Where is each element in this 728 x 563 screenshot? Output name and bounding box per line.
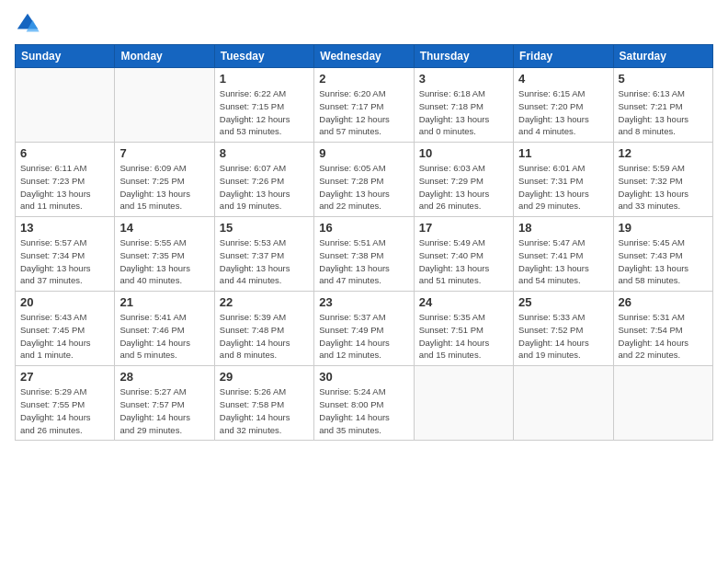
calendar-cell: 18Sunrise: 5:47 AM Sunset: 7:41 PM Dayli… bbox=[514, 217, 613, 292]
day-info: Sunrise: 5:53 AM Sunset: 7:37 PM Dayligh… bbox=[220, 236, 309, 287]
day-info: Sunrise: 6:03 AM Sunset: 7:29 PM Dayligh… bbox=[419, 162, 508, 213]
day-number: 7 bbox=[119, 146, 209, 160]
calendar-week-row: 13Sunrise: 5:57 AM Sunset: 7:34 PM Dayli… bbox=[16, 217, 713, 292]
day-number: 21 bbox=[119, 295, 209, 309]
day-number: 27 bbox=[20, 370, 109, 384]
day-info: Sunrise: 6:01 AM Sunset: 7:31 PM Dayligh… bbox=[518, 162, 608, 213]
day-info: Sunrise: 5:24 AM Sunset: 8:00 PM Dayligh… bbox=[319, 385, 408, 436]
day-number: 8 bbox=[220, 146, 309, 160]
calendar-cell: 13Sunrise: 5:57 AM Sunset: 7:34 PM Dayli… bbox=[16, 217, 115, 292]
day-info: Sunrise: 6:11 AM Sunset: 7:23 PM Dayligh… bbox=[20, 162, 109, 213]
calendar-header-row: SundayMondayTuesdayWednesdayThursdayFrid… bbox=[16, 45, 713, 68]
day-info: Sunrise: 5:35 AM Sunset: 7:51 PM Dayligh… bbox=[419, 311, 508, 362]
calendar-cell: 3Sunrise: 6:18 AM Sunset: 7:18 PM Daylig… bbox=[414, 68, 513, 143]
day-number: 28 bbox=[119, 370, 209, 384]
day-info: Sunrise: 5:45 AM Sunset: 7:43 PM Dayligh… bbox=[619, 236, 708, 287]
calendar-week-row: 20Sunrise: 5:43 AM Sunset: 7:45 PM Dayli… bbox=[16, 292, 713, 366]
day-info: Sunrise: 5:33 AM Sunset: 7:52 PM Dayligh… bbox=[518, 311, 608, 362]
day-number: 10 bbox=[419, 146, 508, 160]
day-number: 18 bbox=[518, 221, 608, 235]
day-number: 5 bbox=[619, 72, 708, 86]
day-header-saturday: Saturday bbox=[613, 45, 712, 68]
day-number: 23 bbox=[319, 295, 408, 309]
calendar-cell: 7Sunrise: 6:09 AM Sunset: 7:25 PM Daylig… bbox=[115, 143, 214, 217]
calendar-cell: 19Sunrise: 5:45 AM Sunset: 7:43 PM Dayli… bbox=[613, 217, 712, 292]
calendar-cell bbox=[613, 366, 712, 441]
day-info: Sunrise: 5:59 AM Sunset: 7:32 PM Dayligh… bbox=[619, 162, 708, 213]
day-info: Sunrise: 6:13 AM Sunset: 7:21 PM Dayligh… bbox=[619, 87, 708, 138]
day-info: Sunrise: 5:27 AM Sunset: 7:57 PM Dayligh… bbox=[119, 385, 209, 436]
calendar-cell: 25Sunrise: 5:33 AM Sunset: 7:52 PM Dayli… bbox=[514, 292, 613, 366]
day-info: Sunrise: 6:15 AM Sunset: 7:20 PM Dayligh… bbox=[518, 87, 608, 138]
calendar-cell: 26Sunrise: 5:31 AM Sunset: 7:54 PM Dayli… bbox=[613, 292, 712, 366]
day-header-sunday: Sunday bbox=[16, 45, 115, 68]
calendar-cell: 11Sunrise: 6:01 AM Sunset: 7:31 PM Dayli… bbox=[514, 143, 613, 217]
calendar-cell: 4Sunrise: 6:15 AM Sunset: 7:20 PM Daylig… bbox=[514, 68, 613, 143]
day-number: 13 bbox=[20, 221, 109, 235]
day-info: Sunrise: 5:51 AM Sunset: 7:38 PM Dayligh… bbox=[319, 236, 408, 287]
calendar-week-row: 6Sunrise: 6:11 AM Sunset: 7:23 PM Daylig… bbox=[16, 143, 713, 217]
day-info: Sunrise: 5:26 AM Sunset: 7:58 PM Dayligh… bbox=[220, 385, 309, 436]
day-info: Sunrise: 5:57 AM Sunset: 7:34 PM Dayligh… bbox=[20, 236, 109, 287]
calendar-cell bbox=[514, 366, 613, 441]
day-number: 29 bbox=[220, 370, 309, 384]
logo bbox=[15, 11, 44, 37]
calendar-cell: 2Sunrise: 6:20 AM Sunset: 7:17 PM Daylig… bbox=[314, 68, 414, 143]
day-number: 9 bbox=[319, 146, 408, 160]
calendar-week-row: 1Sunrise: 6:22 AM Sunset: 7:15 PM Daylig… bbox=[16, 68, 713, 143]
day-number: 11 bbox=[518, 146, 608, 160]
calendar-cell: 16Sunrise: 5:51 AM Sunset: 7:38 PM Dayli… bbox=[314, 217, 414, 292]
day-info: Sunrise: 5:43 AM Sunset: 7:45 PM Dayligh… bbox=[20, 311, 109, 362]
day-info: Sunrise: 5:31 AM Sunset: 7:54 PM Dayligh… bbox=[619, 311, 708, 362]
calendar-cell: 27Sunrise: 5:29 AM Sunset: 7:55 PM Dayli… bbox=[16, 366, 115, 441]
calendar-cell: 24Sunrise: 5:35 AM Sunset: 7:51 PM Dayli… bbox=[414, 292, 513, 366]
day-number: 30 bbox=[319, 370, 408, 384]
day-info: Sunrise: 6:09 AM Sunset: 7:25 PM Dayligh… bbox=[119, 162, 209, 213]
logo-icon bbox=[15, 11, 40, 37]
calendar-cell: 22Sunrise: 5:39 AM Sunset: 7:48 PM Dayli… bbox=[214, 292, 313, 366]
calendar-cell: 5Sunrise: 6:13 AM Sunset: 7:21 PM Daylig… bbox=[613, 68, 712, 143]
day-header-monday: Monday bbox=[115, 45, 214, 68]
day-number: 24 bbox=[419, 295, 508, 309]
calendar-cell: 12Sunrise: 5:59 AM Sunset: 7:32 PM Dayli… bbox=[613, 143, 712, 217]
day-info: Sunrise: 5:41 AM Sunset: 7:46 PM Dayligh… bbox=[119, 311, 209, 362]
day-number: 16 bbox=[319, 221, 408, 235]
day-number: 2 bbox=[319, 72, 408, 86]
calendar-cell: 20Sunrise: 5:43 AM Sunset: 7:45 PM Dayli… bbox=[16, 292, 115, 366]
day-info: Sunrise: 6:07 AM Sunset: 7:26 PM Dayligh… bbox=[220, 162, 309, 213]
calendar-cell: 17Sunrise: 5:49 AM Sunset: 7:40 PM Dayli… bbox=[414, 217, 513, 292]
day-number: 3 bbox=[419, 72, 508, 86]
day-info: Sunrise: 5:49 AM Sunset: 7:40 PM Dayligh… bbox=[419, 236, 508, 287]
day-number: 17 bbox=[419, 221, 508, 235]
calendar-cell: 9Sunrise: 6:05 AM Sunset: 7:28 PM Daylig… bbox=[314, 143, 414, 217]
day-number: 15 bbox=[220, 221, 309, 235]
calendar-cell: 8Sunrise: 6:07 AM Sunset: 7:26 PM Daylig… bbox=[214, 143, 313, 217]
calendar-cell bbox=[115, 68, 214, 143]
day-header-wednesday: Wednesday bbox=[314, 45, 414, 68]
calendar-cell: 30Sunrise: 5:24 AM Sunset: 8:00 PM Dayli… bbox=[314, 366, 414, 441]
day-info: Sunrise: 5:47 AM Sunset: 7:41 PM Dayligh… bbox=[518, 236, 608, 287]
day-number: 20 bbox=[20, 295, 109, 309]
calendar-table: SundayMondayTuesdayWednesdayThursdayFrid… bbox=[15, 44, 713, 441]
day-number: 25 bbox=[518, 295, 608, 309]
calendar-cell bbox=[414, 366, 513, 441]
calendar-cell: 28Sunrise: 5:27 AM Sunset: 7:57 PM Dayli… bbox=[115, 366, 214, 441]
calendar-cell: 21Sunrise: 5:41 AM Sunset: 7:46 PM Dayli… bbox=[115, 292, 214, 366]
calendar-cell: 15Sunrise: 5:53 AM Sunset: 7:37 PM Dayli… bbox=[214, 217, 313, 292]
calendar-week-row: 27Sunrise: 5:29 AM Sunset: 7:55 PM Dayli… bbox=[16, 366, 713, 441]
day-info: Sunrise: 6:18 AM Sunset: 7:18 PM Dayligh… bbox=[419, 87, 508, 138]
day-header-friday: Friday bbox=[514, 45, 613, 68]
calendar-cell: 10Sunrise: 6:03 AM Sunset: 7:29 PM Dayli… bbox=[414, 143, 513, 217]
calendar-cell bbox=[16, 68, 115, 143]
page: SundayMondayTuesdayWednesdayThursdayFrid… bbox=[0, 0, 728, 563]
calendar-cell: 23Sunrise: 5:37 AM Sunset: 7:49 PM Dayli… bbox=[314, 292, 414, 366]
day-number: 26 bbox=[619, 295, 708, 309]
calendar-cell: 14Sunrise: 5:55 AM Sunset: 7:35 PM Dayli… bbox=[115, 217, 214, 292]
day-header-tuesday: Tuesday bbox=[214, 45, 313, 68]
day-number: 22 bbox=[220, 295, 309, 309]
day-number: 12 bbox=[619, 146, 708, 160]
calendar-cell: 1Sunrise: 6:22 AM Sunset: 7:15 PM Daylig… bbox=[214, 68, 313, 143]
day-number: 4 bbox=[518, 72, 608, 86]
header bbox=[15, 11, 713, 37]
calendar-cell: 6Sunrise: 6:11 AM Sunset: 7:23 PM Daylig… bbox=[16, 143, 115, 217]
